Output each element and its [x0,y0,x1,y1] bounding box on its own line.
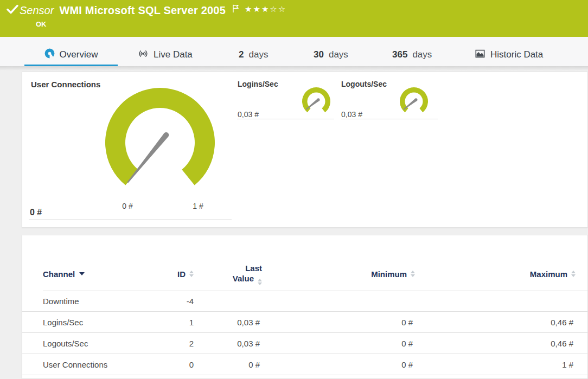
column-header-channel-label: Channel [43,269,75,279]
main-gauge-value: 0 # [30,208,42,217]
sort-icon [189,271,194,277]
area-chart-icon [475,48,485,62]
tab-bar: Overview Live Data 2 days 30 days 365 da… [0,37,588,66]
logouts-gauge [398,84,430,117]
cell-channel[interactable]: Downtime [43,291,79,312]
table-row-user-connections[interactable]: User Connections 0 0 # 0 # 1 # [22,354,588,375]
table-header-row: Channel ID Last Value Minimum Maximum [22,257,588,291]
tab-historic-data[interactable]: Historic Data [475,37,543,66]
cell-maximum [487,291,573,312]
column-header-maximum[interactable]: Maximum [487,257,576,291]
tab-30-days-number: 30 [314,49,324,60]
column-header-id-label: ID [177,269,186,279]
stars-empty[interactable]: ☆☆ [270,4,286,14]
column-header-last-value[interactable]: Last Value [201,257,262,291]
user-connections-gauge [100,83,220,202]
logouts-gauge-title: Logouts/Sec [341,80,387,88]
cell-maximum: 0,46 # [487,312,573,333]
cell-last-value: 0 # [201,354,260,375]
cell-maximum: 1 # [487,354,573,375]
main-gauge-title: User Connections [31,80,100,89]
main-gauge-max-label: 1 # [182,202,214,210]
column-header-maximum-label: Maximum [530,269,567,279]
column-header-id[interactable]: ID [139,257,194,291]
divider [237,119,334,119]
divider [341,119,438,119]
tab-30-days-label: days [329,49,348,60]
column-header-last-label: Last [245,264,262,273]
cell-last-value [201,291,260,312]
tab-live-data-label: Live Data [154,49,193,60]
column-header-channel[interactable]: Channel [43,257,85,291]
cell-minimum [326,291,413,312]
logins-gauge [300,84,333,117]
logins-gauge-value: 0,03 # [238,110,259,119]
tab-historic-data-label: Historic Data [490,49,543,60]
column-header-value-label: Value [233,274,254,283]
tab-2-days-number: 2 [239,49,244,60]
sort-icon [411,271,415,277]
cell-maximum: 0,46 # [487,333,573,354]
tab-365-days-label: days [412,49,432,60]
cell-id: 2 [139,333,194,354]
table-row-downtime[interactable]: Downtime -4 [22,291,588,312]
table-row-logouts-sec[interactable]: Logouts/Sec 2 0,03 # 0 # 0,46 # [22,333,588,354]
cell-minimum: 0 # [326,333,413,354]
logins-gauge-title: Logins/Sec [238,80,278,88]
divider [29,220,232,220]
tab-2-days-label: days [248,49,268,60]
channels-table-panel: Channel ID Last Value Minimum Maximum Do… [22,235,588,379]
table-body: Downtime -4 Logins/Sec 1 0,03 # 0 # 0,46… [22,291,588,375]
column-header-minimum-label: Minimum [371,269,407,279]
ok-check-icon [7,4,18,16]
sensor-kind-label: Sensor [20,4,54,17]
sensor-status-badge: OK [36,20,47,28]
tab-2-days[interactable]: 2 days [239,37,268,66]
sensor-title: WMI Microsoft SQL Server 2005 [59,4,226,17]
priority-star-rating[interactable]: ★★★☆☆ [245,4,286,14]
tab-live-data[interactable]: Live Data [138,37,193,66]
cell-id: 0 [139,354,194,375]
cell-channel[interactable]: User Connections [43,354,107,375]
cell-id: 1 [139,312,194,333]
gauges-panel: User Connections 0 # 1 # 0 # Logins/Sec … [22,72,588,228]
logouts-gauge-value: 0,03 # [341,110,362,119]
column-header-minimum[interactable]: Minimum [326,257,415,291]
sort-icon [571,271,576,277]
cell-channel[interactable]: Logins/Sec [43,312,83,333]
cell-minimum: 0 # [326,354,413,375]
tab-overview[interactable]: Overview [24,37,118,66]
broadcast-icon [138,48,149,62]
sort-descending-icon [79,272,85,275]
priority-flag-icon[interactable] [232,4,239,15]
cell-last-value: 0,03 # [201,312,260,333]
sort-icon [258,279,262,285]
cell-id: -4 [139,291,194,312]
gauge-icon [44,48,55,61]
cell-last-value: 0,03 # [201,333,260,354]
tabbar-shadow [0,66,588,70]
tab-365-days-number: 365 [392,49,407,60]
tab-overview-label: Overview [60,49,98,60]
sensor-header-bar: Sensor WMI Microsoft SQL Server 2005 ★★★… [0,0,588,37]
tab-30-days[interactable]: 30 days [314,37,348,66]
cell-minimum: 0 # [326,312,413,333]
table-row-logins-sec[interactable]: Logins/Sec 1 0,03 # 0 # 0,46 # [22,312,588,333]
main-gauge-min-label: 0 # [111,202,144,210]
cell-channel[interactable]: Logouts/Sec [43,333,88,354]
stars-filled[interactable]: ★★★ [245,4,270,14]
tab-365-days[interactable]: 365 days [392,37,432,66]
